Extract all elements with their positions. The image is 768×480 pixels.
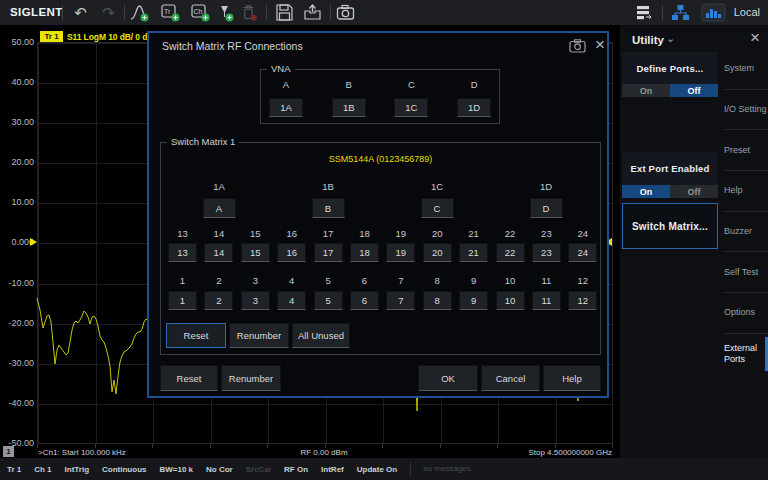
dialog-close-icon[interactable]: ×	[595, 35, 605, 55]
switch-matrix-dialog: Switch Matrix RF Connections × VNA ABCD …	[147, 31, 609, 398]
ext-port-on[interactable]: On	[622, 185, 670, 198]
matrix-port-button[interactable]: C	[421, 198, 454, 218]
vna-port-button[interactable]: 1C	[394, 98, 428, 117]
matrix-channel-button[interactable]: 24	[568, 243, 597, 262]
matrix-port-label: 1D	[530, 181, 563, 192]
status-bar-item[interactable]: Ch 1	[34, 465, 51, 474]
sidebar-close-icon[interactable]: ×	[750, 28, 760, 48]
status-bar-item[interactable]: RF On	[284, 465, 308, 474]
status-bar-item[interactable]: IntTrig	[65, 465, 89, 474]
sidebar-menu-item[interactable]: Self Test	[724, 251, 768, 292]
define-ports-button[interactable]: Define Ports...	[622, 52, 718, 84]
vna-port-label: C	[394, 79, 428, 90]
matrix-channel-button[interactable]: 14	[204, 243, 233, 262]
matrix-all-unused-button[interactable]: All Unused	[292, 323, 350, 348]
undo-icon[interactable]: ↶	[70, 2, 91, 23]
dialog-reset-button[interactable]: Reset	[160, 365, 218, 391]
ext-port-off[interactable]: Off	[670, 185, 718, 198]
matrix-channel-button[interactable]: 9	[459, 291, 488, 310]
vna-group-label: VNA	[267, 63, 295, 74]
matrix-channel-button[interactable]: 16	[277, 243, 306, 262]
channel-badge: 1	[3, 446, 14, 457]
svg-text:Tr: Tr	[164, 8, 171, 15]
vna-port-button[interactable]: 1A	[269, 98, 303, 117]
define-ports-on[interactable]: On	[622, 84, 670, 97]
layout-icon[interactable]	[634, 2, 655, 23]
matrix-channel-button[interactable]: 8	[423, 291, 452, 310]
dialog-cancel-button[interactable]: Cancel	[481, 365, 540, 391]
sidebar-menu-item[interactable]: Preset	[724, 129, 768, 170]
matrix-reset-button[interactable]: Reset	[166, 323, 226, 348]
matrix-channel-button[interactable]: 13	[168, 243, 197, 262]
add-marker-icon[interactable]	[214, 2, 235, 23]
redo-icon[interactable]: ↷	[98, 2, 119, 23]
recall-icon[interactable]	[302, 2, 323, 23]
matrix-channel-label: 22	[496, 228, 525, 239]
matrix-channel-button[interactable]: 4	[277, 291, 306, 310]
vna-port-button[interactable]: 1B	[332, 98, 366, 117]
matrix-port-button[interactable]: B	[312, 198, 345, 218]
dialog-help-button[interactable]: Help	[543, 365, 601, 391]
define-ports-off[interactable]: Off	[670, 84, 718, 97]
matrix-channel-button[interactable]: 11	[532, 291, 561, 310]
sidebar-menu-item[interactable]: I/O Setting	[724, 89, 768, 130]
sidebar-title[interactable]: Utility	[632, 34, 664, 46]
status-bar-item[interactable]: BW=10 k	[159, 465, 193, 474]
new-channel-icon[interactable]: Ch	[190, 2, 211, 23]
dialog-ok-button[interactable]: OK	[418, 365, 478, 391]
matrix-channel-button[interactable]: 19	[386, 243, 415, 262]
status-bar-item[interactable]: No Cor	[206, 465, 233, 474]
matrix-channel-label: 14	[204, 228, 233, 239]
status-bar-item[interactable]: IntRef	[321, 465, 344, 474]
matrix-renumber-button[interactable]: Renumber	[229, 323, 289, 348]
matrix-channel-button[interactable]: 18	[350, 243, 379, 262]
matrix-channel-label: 11	[532, 275, 561, 286]
chevron-down-icon[interactable]: ⌄	[666, 32, 675, 45]
screenshot-icon[interactable]	[335, 2, 356, 23]
matrix-channel-button[interactable]: 1	[168, 291, 197, 310]
matrix-channel-button[interactable]: 20	[423, 243, 452, 262]
matrix-port-button[interactable]: A	[203, 198, 236, 218]
measurement-icon[interactable]	[700, 2, 726, 23]
matrix-channel-button[interactable]: 7	[386, 291, 415, 310]
matrix-channel-button[interactable]: 2	[204, 291, 233, 310]
matrix-channel-button[interactable]: 23	[532, 243, 561, 262]
sidebar-menu-item[interactable]: System	[724, 48, 768, 89]
sidebar-menu-item[interactable]: Help	[724, 170, 768, 211]
sidebar-menu-item[interactable]: Options	[724, 292, 768, 333]
status-bar-item[interactable]: Update On	[357, 465, 397, 474]
add-trace-curve-icon[interactable]	[129, 2, 150, 23]
matrix-channel-label: 3	[241, 275, 270, 286]
status-bar-item[interactable]: Continuous	[102, 465, 146, 474]
dialog-renumber-button[interactable]: Renumber	[221, 365, 281, 391]
status-bar-item[interactable]: no messages	[410, 462, 471, 476]
status-bar-item[interactable]: SrcCal	[246, 465, 271, 474]
vna-port-label: B	[332, 79, 366, 90]
status-bar-item[interactable]: Tr 1	[7, 465, 21, 474]
matrix-channel-button[interactable]: 3	[241, 291, 270, 310]
screen: SIGLENT ↶ ↷ Tr Ch	[0, 0, 768, 480]
matrix-channel-button[interactable]: 17	[314, 243, 343, 262]
matrix-port-button[interactable]: D	[530, 198, 563, 218]
siglent-logo: SIGLENT	[10, 6, 63, 18]
matrix-channel-label: 1	[168, 275, 197, 286]
sidebar-menu: SystemI/O SettingPresetHelpBuzzerSelf Te…	[724, 48, 768, 374]
matrix-channel-label: 17	[314, 228, 343, 239]
matrix-channel-button[interactable]: 22	[496, 243, 525, 262]
sidebar-menu-item[interactable]: Buzzer	[724, 211, 768, 252]
matrix-channel-button[interactable]: 12	[568, 291, 597, 310]
stop-frequency: Stop 4.500000000 GHz	[528, 448, 612, 457]
save-icon[interactable]	[274, 2, 295, 23]
switch-matrix-button[interactable]: Switch Matrix...	[622, 203, 718, 249]
network-icon[interactable]	[670, 2, 691, 23]
sidebar-menu-item[interactable]: External Ports	[724, 333, 768, 374]
matrix-channel-button[interactable]: 10	[496, 291, 525, 310]
matrix-channel-button[interactable]: 6	[350, 291, 379, 310]
vna-port-button[interactable]: 1D	[457, 98, 491, 117]
dialog-screenshot-icon[interactable]	[569, 39, 586, 57]
matrix-channel-label: 7	[386, 275, 415, 286]
new-trace-icon[interactable]: Tr	[160, 2, 181, 23]
matrix-channel-button[interactable]: 21	[459, 243, 488, 262]
matrix-channel-button[interactable]: 5	[314, 291, 343, 310]
matrix-channel-button[interactable]: 15	[241, 243, 270, 262]
